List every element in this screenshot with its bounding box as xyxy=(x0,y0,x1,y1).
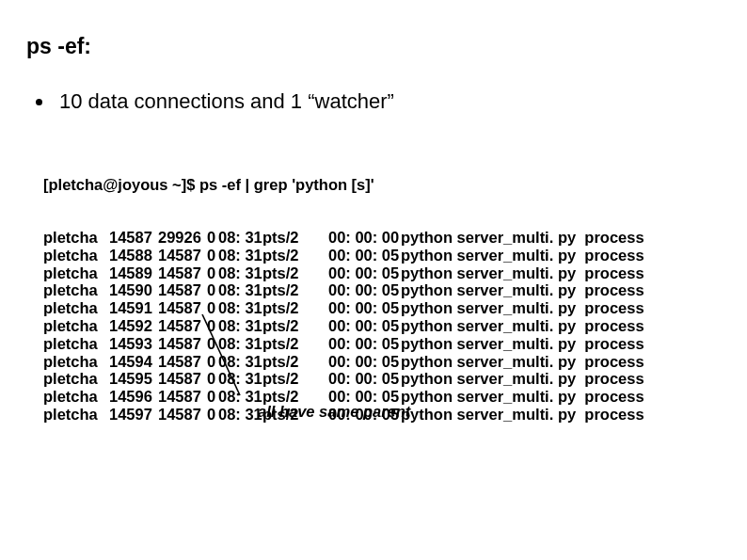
ps-cmd: python server_multi. py process xyxy=(401,317,644,335)
ps-cmd: python server_multi. py process xyxy=(401,335,644,353)
ps-uid: pletcha xyxy=(43,406,109,424)
ps-uid: pletcha xyxy=(43,388,109,406)
ps-tty: pts/2 xyxy=(262,335,307,353)
ps-time: 00: 00: 05 xyxy=(328,247,401,264)
ps-ppid: 14587 xyxy=(158,281,207,299)
ps-tty: pts/2 xyxy=(262,317,307,335)
ps-cmd: python server_multi. py process xyxy=(401,299,644,317)
ps-ppid: 14587 xyxy=(158,264,207,282)
bullet-row: 10 data connections and 1 “watcher” xyxy=(36,89,747,114)
ps-pid: 14597 xyxy=(109,406,158,424)
ps-c: 0 xyxy=(207,353,218,371)
ps-pid: 14595 xyxy=(109,370,158,388)
ps-tty: pts/2 xyxy=(262,229,307,247)
ps-stime: 08: 31 xyxy=(218,229,262,247)
ps-c: 0 xyxy=(207,317,218,335)
ps-stime: 08: 31 xyxy=(218,406,262,424)
ps-stime: 08: 31 xyxy=(218,281,262,299)
ps-cmd: python server_multi. py process xyxy=(401,229,644,247)
process-row: pletcha1459414587008: 31pts/200: 00: 05p… xyxy=(43,353,747,371)
ps-uid: pletcha xyxy=(43,370,109,388)
ps-ppid: 14587 xyxy=(158,406,207,424)
ps-stime: 08: 31 xyxy=(218,335,262,353)
ps-stime: 08: 31 xyxy=(218,388,262,406)
process-row: pletcha1458729926008: 31pts/200: 00: 00p… xyxy=(43,229,747,247)
ps-pid: 14594 xyxy=(109,353,158,371)
ps-ppid: 29926 xyxy=(158,229,207,247)
process-row: pletcha1459114587008: 31pts/200: 00: 05p… xyxy=(43,299,747,317)
ps-pid: 14596 xyxy=(109,388,158,406)
ps-ppid: 14587 xyxy=(158,353,207,371)
bullet-icon xyxy=(36,99,42,105)
command-line: [pletcha@joyous ~]$ ps -ef | grep 'pytho… xyxy=(43,176,747,194)
process-row: pletcha1458814587008: 31pts/200: 00: 05p… xyxy=(43,247,747,264)
ps-stime: 08: 31 xyxy=(218,370,262,388)
annotation-text: all have same parent xyxy=(258,403,410,421)
ps-pid: 14589 xyxy=(109,264,158,282)
ps-tty: pts/2 xyxy=(262,247,307,264)
ps-time: 00: 00: 05 xyxy=(328,317,401,335)
ps-time: 00: 00: 05 xyxy=(328,335,401,353)
ps-ppid: 14587 xyxy=(158,299,207,317)
ps-time: 00: 00: 00 xyxy=(328,229,401,247)
process-row: pletcha1458914587008: 31pts/200: 00: 05p… xyxy=(43,264,747,282)
ps-ppid: 14587 xyxy=(158,370,207,388)
ps-pid: 14591 xyxy=(109,299,158,317)
ps-c: 0 xyxy=(207,406,218,424)
process-row: pletcha1459514587008: 31pts/200: 00: 05p… xyxy=(43,370,747,388)
ps-uid: pletcha xyxy=(43,317,109,335)
ps-cmd: python server_multi. py process xyxy=(401,388,644,406)
ps-cmd: python server_multi. py process xyxy=(401,406,644,424)
ps-cmd: python server_multi. py process xyxy=(401,370,644,388)
ps-ppid: 14587 xyxy=(158,388,207,406)
ps-pid: 14587 xyxy=(109,229,158,247)
ps-c: 0 xyxy=(207,281,218,299)
ps-cmd: python server_multi. py process xyxy=(401,353,644,371)
ps-tty: pts/2 xyxy=(262,264,307,282)
ps-stime: 08: 31 xyxy=(218,264,262,282)
ps-cmd: python server_multi. py process xyxy=(401,264,644,282)
ps-pid: 14588 xyxy=(109,247,158,264)
ps-time: 00: 00: 05 xyxy=(328,281,401,299)
ps-cmd: python server_multi. py process xyxy=(401,247,644,264)
ps-time: 00: 00: 05 xyxy=(328,370,401,388)
process-row: pletcha1459314587008: 31pts/200: 00: 05p… xyxy=(43,335,747,353)
ps-uid: pletcha xyxy=(43,299,109,317)
ps-uid: pletcha xyxy=(43,335,109,353)
bullet-text: 10 data connections and 1 “watcher” xyxy=(59,89,394,114)
ps-ppid: 14587 xyxy=(158,247,207,264)
ps-uid: pletcha xyxy=(43,229,109,247)
process-row: pletcha1459014587008: 31pts/200: 00: 05p… xyxy=(43,281,747,299)
ps-uid: pletcha xyxy=(43,264,109,282)
process-row: pletcha1459214587008: 31pts/200: 00: 05p… xyxy=(43,317,747,335)
ps-time: 00: 00: 05 xyxy=(328,299,401,317)
ps-c: 0 xyxy=(207,335,218,353)
ps-tty: pts/2 xyxy=(262,353,307,371)
ps-uid: pletcha xyxy=(43,247,109,264)
ps-stime: 08: 31 xyxy=(218,299,262,317)
ps-pid: 14590 xyxy=(109,281,158,299)
ps-time: 00: 00: 05 xyxy=(328,264,401,282)
ps-tty: pts/2 xyxy=(262,370,307,388)
ps-tty: pts/2 xyxy=(262,299,307,317)
ps-c: 0 xyxy=(207,370,218,388)
ps-stime: 08: 31 xyxy=(218,353,262,371)
ps-pid: 14593 xyxy=(109,335,158,353)
ps-uid: pletcha xyxy=(43,281,109,299)
ps-ppid: 14587 xyxy=(158,335,207,353)
ps-c: 0 xyxy=(207,229,218,247)
ps-ppid: 14587 xyxy=(158,317,207,335)
ps-tty: pts/2 xyxy=(262,281,307,299)
ps-c: 0 xyxy=(207,388,218,406)
ps-c: 0 xyxy=(207,299,218,317)
ps-stime: 08: 31 xyxy=(218,247,262,264)
ps-c: 0 xyxy=(207,264,218,282)
ps-cmd: python server_multi. py process xyxy=(401,281,644,299)
ps-time: 00: 00: 05 xyxy=(328,353,401,371)
ps-stime: 08: 31 xyxy=(218,317,262,335)
ps-pid: 14592 xyxy=(109,317,158,335)
slide-title: ps -ef: xyxy=(26,34,747,59)
ps-c: 0 xyxy=(207,247,218,264)
ps-uid: pletcha xyxy=(43,353,109,371)
